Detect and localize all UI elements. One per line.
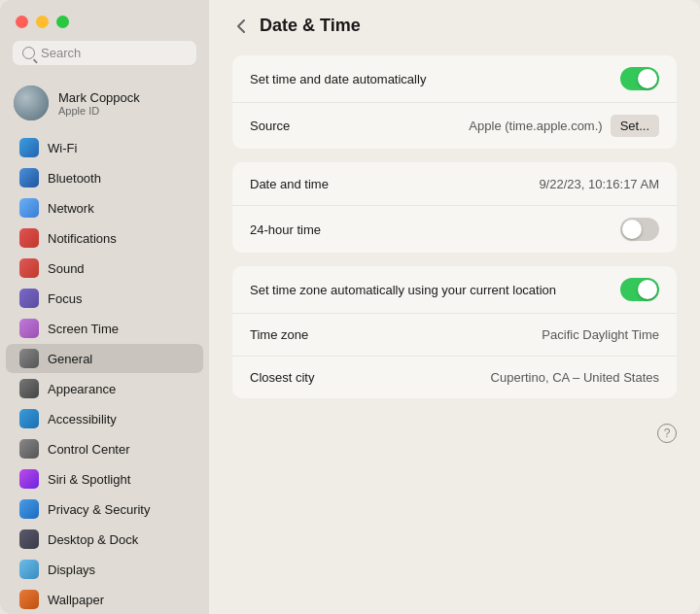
toggle-set-auto[interactable] — [620, 67, 659, 90]
focus-icon — [19, 289, 39, 308]
settings-card-timezone: Set time zone automatically using your c… — [232, 266, 677, 398]
settings-sections: Set time and date automaticallySourceApp… — [232, 55, 677, 412]
settings-row-value: Pacific Daylight Time — [542, 327, 659, 342]
settings-row-auto-timezone: Set time zone automatically using your c… — [232, 266, 677, 313]
settings-row-source: SourceApple (time.apple.com.)Set... — [232, 102, 677, 149]
settings-card-datetime: Date and time9/22/23, 10:16:17 AM24-hour… — [232, 162, 677, 253]
avatar — [14, 85, 49, 120]
wifi-icon — [19, 138, 39, 157]
main-content: Date & Time Set time and date automatica… — [209, 0, 700, 614]
sidebar-item-label: Siri & Spotlight — [48, 472, 130, 487]
user-name: Mark Coppock — [58, 90, 140, 105]
user-subtitle: Apple ID — [58, 105, 140, 117]
sidebar-item-siri[interactable]: Siri & Spotlight — [6, 464, 203, 494]
sidebar-item-label: Wallpaper — [48, 593, 104, 607]
page-title: Date & Time — [260, 16, 361, 36]
set-button-source[interactable]: Set... — [611, 115, 659, 137]
controlcenter-icon — [19, 439, 39, 459]
accessibility-icon — [19, 409, 39, 428]
search-bar[interactable]: Search — [12, 40, 197, 66]
sidebar-item-label: Network — [48, 201, 94, 216]
sidebar-item-label: Focus — [48, 291, 82, 306]
settings-row-date-time: Date and time9/22/23, 10:16:17 AM — [232, 162, 677, 205]
window-controls — [0, 12, 209, 40]
sidebar-item-sound[interactable]: Sound — [6, 254, 203, 283]
sidebar-item-general[interactable]: General — [6, 344, 203, 373]
sidebar-item-label: Bluetooth — [48, 171, 101, 186]
settings-row-label: Date and time — [250, 177, 329, 191]
sidebar-item-label: Desktop & Dock — [48, 532, 138, 547]
sidebar-item-notifications[interactable]: Notifications — [6, 223, 203, 253]
maximize-button[interactable] — [56, 16, 69, 28]
settings-row-label: Set time zone automatically using your c… — [250, 283, 556, 297]
source-value: Apple (time.apple.com.) — [469, 119, 602, 133]
sidebar-item-label: Displays — [48, 563, 95, 577]
settings-row-value: Apple (time.apple.com.)Set... — [469, 115, 659, 137]
settings-row-label: Source — [250, 119, 290, 133]
displays-icon — [19, 560, 39, 579]
notifications-icon — [19, 228, 39, 248]
settings-row-value — [620, 278, 659, 301]
sidebar-item-appearance[interactable]: Appearance — [6, 374, 203, 403]
settings-row-value: Cupertino, CA – United States — [491, 370, 659, 385]
settings-row-value — [620, 67, 659, 90]
privacy-icon — [19, 499, 39, 519]
bluetooth-icon — [19, 168, 39, 188]
desktop-icon — [19, 529, 39, 549]
search-label: Search — [41, 46, 81, 60]
sidebar-item-label: Privacy & Security — [48, 502, 150, 517]
close-button[interactable] — [16, 16, 28, 28]
sidebar: Search Mark Coppock Apple ID Wi-FiBlueto… — [0, 0, 209, 614]
sidebar-item-focus[interactable]: Focus — [6, 284, 203, 313]
sidebar-item-desktop[interactable]: Desktop & Dock — [6, 525, 203, 554]
general-icon — [19, 349, 39, 368]
search-icon — [22, 47, 35, 59]
settings-row-label: Closest city — [250, 370, 314, 385]
siri-icon — [19, 469, 39, 489]
minimize-button[interactable] — [36, 16, 49, 28]
sidebar-section-connectivity: Wi-FiBluetoothNetworkNotificationsSoundF… — [0, 130, 209, 614]
network-icon — [19, 198, 39, 218]
wallpaper-icon — [19, 590, 39, 609]
settings-row-closest-city: Closest cityCupertino, CA – United State… — [232, 356, 677, 398]
settings-row-timezone: Time zonePacific Daylight Time — [232, 313, 677, 356]
toggle-24hour[interactable] — [620, 218, 659, 241]
sound-icon — [19, 258, 39, 278]
sidebar-item-label: Control Center — [48, 442, 130, 457]
sidebar-item-controlcenter[interactable]: Control Center — [6, 434, 203, 463]
sidebar-item-label: Notifications — [48, 231, 117, 246]
page-header: Date & Time — [232, 16, 677, 36]
help-button[interactable]: ? — [657, 424, 677, 443]
settings-row-label: 24-hour time — [250, 222, 321, 237]
settings-card-auto-time: Set time and date automaticallySourceApp… — [232, 55, 677, 149]
settings-row-set-auto: Set time and date automatically — [232, 55, 677, 102]
sidebar-item-network[interactable]: Network — [6, 193, 203, 222]
sidebar-item-displays[interactable]: Displays — [6, 555, 203, 584]
sidebar-item-label: Accessibility — [48, 412, 117, 426]
sidebar-item-wallpaper[interactable]: Wallpaper — [6, 585, 203, 614]
settings-row-value: 9/22/23, 10:16:17 AM — [539, 177, 659, 191]
sidebar-item-label: Screen Time — [48, 322, 119, 336]
sidebar-item-accessibility[interactable]: Accessibility — [6, 404, 203, 433]
sidebar-item-label: Sound — [48, 261, 85, 276]
sidebar-item-label: Appearance — [48, 382, 116, 396]
sidebar-item-screentime[interactable]: Screen Time — [6, 314, 203, 343]
sidebar-item-bluetooth[interactable]: Bluetooth — [6, 163, 203, 192]
appearance-icon — [19, 379, 39, 398]
settings-row-label: Time zone — [250, 327, 308, 342]
toggle-auto-timezone[interactable] — [620, 278, 659, 301]
screentime-icon — [19, 319, 39, 338]
settings-row-value — [620, 218, 659, 241]
user-info: Mark Coppock Apple ID — [58, 90, 140, 117]
back-button[interactable] — [232, 17, 250, 36]
settings-row-label: Set time and date automatically — [250, 72, 426, 86]
sidebar-item-label: General — [48, 352, 92, 366]
sidebar-item-label: Wi-Fi — [48, 141, 77, 155]
user-profile[interactable]: Mark Coppock Apple ID — [0, 80, 209, 130]
sidebar-item-wifi[interactable]: Wi-Fi — [6, 133, 203, 162]
settings-row-24hour: 24-hour time — [232, 205, 677, 253]
sidebar-item-privacy[interactable]: Privacy & Security — [6, 495, 203, 524]
